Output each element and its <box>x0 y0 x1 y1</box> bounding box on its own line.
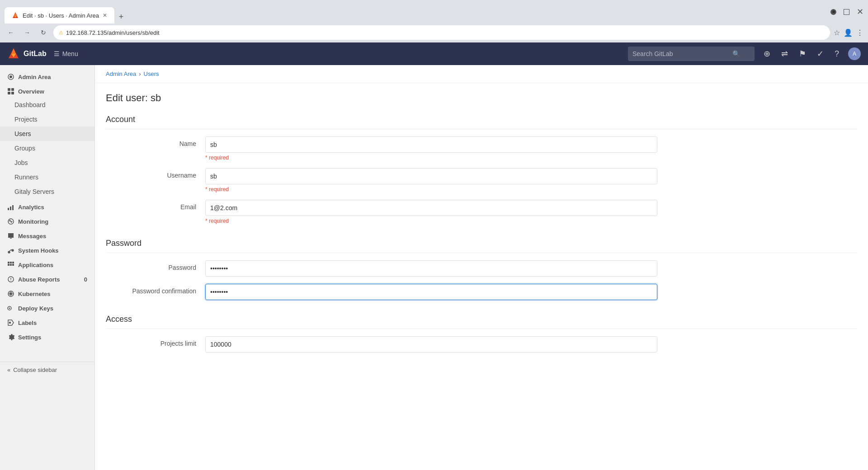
url-display: 192.168.72.135/admin/users/sb/edit <box>66 29 160 36</box>
admin-area-label: Admin Area <box>18 74 51 80</box>
sidebar-item-runners[interactable]: Runners <box>0 170 94 184</box>
search-input[interactable] <box>632 50 729 57</box>
svg-rect-7 <box>10 207 11 210</box>
settings-icon <box>7 334 14 341</box>
new-tab-button[interactable]: + <box>114 10 128 24</box>
address-bar-actions: ☆ 👤 ⋮ <box>834 28 863 37</box>
menu-button[interactable]: ☰ Menu <box>54 50 78 57</box>
name-field: * required <box>205 136 657 161</box>
browser-tabs: Edit · sb · Users · Admin Area ✕ + <box>5 0 128 24</box>
svg-rect-16 <box>10 264 12 266</box>
password-confirm-input[interactable] <box>205 284 657 300</box>
monitoring-icon <box>7 218 14 225</box>
email-field: * required <box>205 200 657 224</box>
deploy-keys-header[interactable]: Deploy Keys <box>0 300 94 315</box>
deploy-keys-label: Deploy Keys <box>18 305 53 312</box>
breadcrumb-users-link[interactable]: Users <box>144 70 159 77</box>
password-section-title: Password <box>106 239 857 253</box>
issues-icon[interactable]: ⚑ <box>797 47 808 61</box>
system-hooks-header[interactable]: System Hooks <box>0 242 94 257</box>
analytics-header[interactable]: Analytics <box>0 199 94 213</box>
admin-icon <box>7 73 14 80</box>
account-section: Account Name * required Username * requi… <box>106 115 857 224</box>
username-label: Username <box>106 168 205 179</box>
sidebar: Admin Area Overview Dashboard Projects U… <box>0 65 95 470</box>
svg-rect-4 <box>8 92 10 94</box>
username-hint: * required <box>205 186 657 193</box>
email-row: Email * required <box>106 200 857 224</box>
collapse-sidebar-button[interactable]: « Collapse sidebar <box>0 362 94 378</box>
profile-icon[interactable]: 👤 <box>844 28 853 37</box>
help-icon[interactable]: ? <box>833 47 841 61</box>
email-label: Email <box>106 200 205 211</box>
messages-header[interactable]: Messages <box>0 228 94 242</box>
projects-limit-label: Projects limit <box>106 336 205 347</box>
browser-menu-icon[interactable] <box>830 9 836 15</box>
back-button[interactable]: ← <box>5 26 17 39</box>
address-bar-row: ← → ↻ ⚠ 192.168.72.135/admin/users/sb/ed… <box>0 24 868 42</box>
messages-label: Messages <box>18 233 46 240</box>
jobs-label: Jobs <box>14 159 28 166</box>
sidebar-item-groups[interactable]: Groups <box>0 141 94 155</box>
gitlab-logo[interactable]: GitLab <box>7 47 47 60</box>
menu-label: Menu <box>62 50 78 57</box>
sidebar-item-dashboard[interactable]: Dashboard <box>0 98 94 112</box>
active-tab[interactable]: Edit · sb · Users · Admin Area ✕ <box>5 7 114 24</box>
merge-requests-icon[interactable]: ⇌ <box>779 47 790 61</box>
applications-header[interactable]: Applications <box>0 257 94 271</box>
bookmark-icon[interactable]: ☆ <box>834 28 840 37</box>
sidebar-item-jobs[interactable]: Jobs <box>0 155 94 170</box>
svg-point-10 <box>8 251 10 253</box>
password-confirm-label: Password confirmation <box>106 284 205 295</box>
applications-icon <box>7 261 14 268</box>
svg-rect-14 <box>12 262 14 263</box>
tab-close-button[interactable]: ✕ <box>103 12 107 19</box>
abuse-reports-header[interactable]: Abuse Reports 0 <box>0 271 94 286</box>
kubernetes-header[interactable]: Kubernetes <box>0 286 94 300</box>
projects-limit-input[interactable] <box>205 336 657 352</box>
more-icon[interactable]: ⋮ <box>856 28 863 37</box>
svg-point-21 <box>9 308 10 309</box>
browser-maximize-icon[interactable] <box>844 9 849 15</box>
email-input[interactable] <box>205 200 657 216</box>
breadcrumb-admin-link[interactable]: Admin Area <box>106 70 136 77</box>
labels-header[interactable]: Labels <box>0 315 94 329</box>
svg-point-1 <box>9 75 12 78</box>
address-bar[interactable]: ⚠ 192.168.72.135/admin/users/sb/edit <box>53 25 830 40</box>
monitoring-header[interactable]: Monitoring <box>0 213 94 228</box>
security-icon: ⚠ <box>59 30 63 36</box>
hamburger-icon: ☰ <box>54 50 60 57</box>
svg-rect-17 <box>12 264 14 266</box>
gitlab-favicon <box>12 12 19 19</box>
sidebar-item-projects[interactable]: Projects <box>0 112 94 127</box>
password-input[interactable] <box>205 260 657 277</box>
page-title: Edit user: sb <box>106 92 857 104</box>
gitaly-label: Gitaly Servers <box>14 188 54 195</box>
forward-button[interactable]: → <box>21 26 33 39</box>
name-hint: * required <box>205 155 657 161</box>
user-avatar[interactable]: A <box>848 47 861 60</box>
svg-rect-13 <box>10 262 12 263</box>
todo-icon[interactable]: ✓ <box>815 47 826 61</box>
svg-point-22 <box>9 322 11 324</box>
name-input[interactable] <box>205 136 657 153</box>
breadcrumb-separator: › <box>139 70 141 77</box>
username-row: Username * required <box>106 168 857 193</box>
access-section-title: Access <box>106 315 857 329</box>
create-button[interactable]: ⊕ <box>762 47 772 61</box>
messages-icon <box>7 232 14 240</box>
sidebar-item-users[interactable]: Users <box>0 127 94 141</box>
breadcrumb: Admin Area › Users <box>95 65 868 83</box>
settings-header[interactable]: Settings <box>0 329 94 343</box>
svg-rect-2 <box>8 88 10 91</box>
username-input[interactable] <box>205 168 657 184</box>
monitoring-label: Monitoring <box>18 218 48 225</box>
svg-rect-3 <box>11 88 14 91</box>
browser-close-icon[interactable]: ✕ <box>857 8 863 16</box>
projects-label: Projects <box>14 116 38 123</box>
sidebar-item-gitaly[interactable]: Gitaly Servers <box>0 184 94 199</box>
refresh-button[interactable]: ↻ <box>37 26 50 39</box>
search-box[interactable]: 🔍 <box>628 47 755 61</box>
account-section-title: Account <box>106 115 857 129</box>
navbar-right: 🔍 ⊕ ⇌ ⚑ ✓ ? A <box>628 47 861 61</box>
